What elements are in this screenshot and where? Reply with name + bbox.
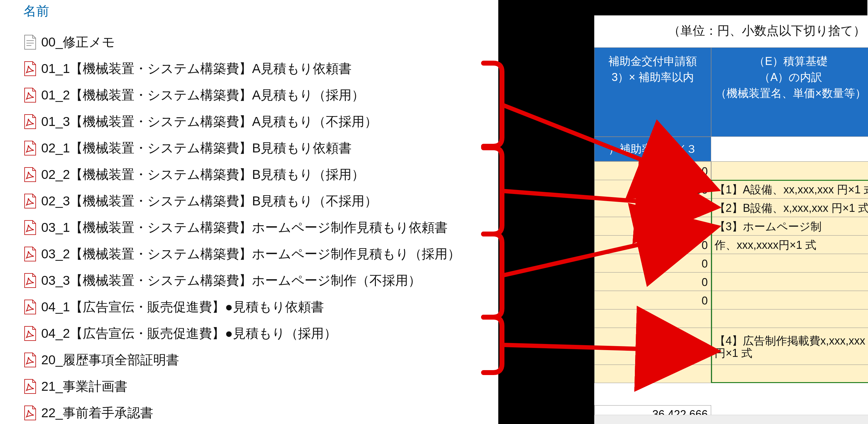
spreadsheet-visible-area: （単位：円、小数点以下切り捨て） 補助金交付申請額 3）× 補助率以内 （E）積… <box>594 16 868 424</box>
file-row[interactable]: 04_1【広告宣伝・販売促進費】●見積もり依頼書 <box>12 294 474 320</box>
cell-e[interactable]: 【3】ホームページ制 <box>711 217 868 235</box>
scrollbar-area[interactable] <box>594 415 868 424</box>
cell-d[interactable]: 0 <box>594 217 711 235</box>
pdf-file-icon <box>23 193 37 209</box>
file-name: 01_3【機械装置・システム構築費】A見積もり（不採用） <box>41 113 377 130</box>
text-file-icon <box>23 34 37 50</box>
file-name: 03_3【機械装置・システム構築費】ホームページ制作（不採用） <box>41 272 421 289</box>
cell-d[interactable]: 0 <box>594 162 711 180</box>
col-header-d-line2: 3）× 補助率以内 <box>609 69 697 85</box>
col-header-e-line2: （A）の内訳 <box>715 69 866 85</box>
col-header-e: （E）積算基礎 （A）の内訳 （機械装置名、単価×数量等） <box>711 48 868 137</box>
file-name: 02_1【機械装置・システム構築費】B見積もり依頼書 <box>41 140 351 157</box>
file-row[interactable]: 20_履歴事項全部証明書 <box>12 347 474 373</box>
file-row[interactable]: 00_修正メモ <box>12 29 474 55</box>
unit-note: （単位：円、小数点以下切り捨て） <box>588 22 866 39</box>
cell-d[interactable]: 0 <box>594 291 711 309</box>
file-name: 02_2【機械装置・システム構築費】B見積もり（採用） <box>41 166 365 183</box>
file-row[interactable]: 03_3【機械装置・システム構築費】ホームページ制作（不採用） <box>12 267 474 294</box>
pdf-file-icon <box>23 405 37 421</box>
col-header-e-line3: （機械装置名、単価×数量等） <box>715 85 866 101</box>
cell-e[interactable] <box>711 309 868 328</box>
col-d-body[interactable]: 029,770,0000000006,652,666 <box>594 161 711 383</box>
cell-e[interactable] <box>711 254 868 273</box>
cell-e[interactable]: 【4】広告制作掲載費x,xxx,xxx 円×1 式 <box>711 328 868 365</box>
cell-d[interactable]: 0 <box>594 273 711 291</box>
pdf-file-icon <box>23 246 37 262</box>
pdf-file-icon <box>23 220 37 235</box>
file-name: 04_1【広告宣伝・販売促進費】●見積もり依頼書 <box>41 299 324 316</box>
file-row[interactable]: 21_事業計画書 <box>12 373 474 400</box>
file-row[interactable]: 04_2【広告宣伝・販売促進費】●見積もり（採用） <box>12 320 474 347</box>
pdf-file-icon <box>23 114 37 129</box>
cell-d[interactable]: 6,652,666 <box>594 328 711 365</box>
col-header-d-line1: 補助金交付申請額 <box>609 53 697 69</box>
pdf-file-icon <box>23 352 37 368</box>
col-header-e-line1: （E）積算基礎 <box>715 53 866 69</box>
file-row[interactable]: 02_1【機械装置・システム構築費】B見積もり依頼書 <box>12 135 474 161</box>
file-row[interactable]: 01_3【機械装置・システム構築費】A見積もり（不採用） <box>12 108 474 135</box>
pdf-file-icon <box>23 273 37 288</box>
cell-d[interactable]: 0 <box>594 254 711 273</box>
file-list: 00_修正メモ 01_1【機械装置・システム構築費】A見積もり依頼書 01_2【… <box>12 29 474 424</box>
pdf-file-icon <box>23 326 37 341</box>
pdf-file-icon <box>23 167 37 182</box>
file-row[interactable]: 22_事前着手承認書 <box>12 400 474 424</box>
file-name: 01_2【機械装置・システム構築費】A見積もり（採用） <box>41 87 365 104</box>
file-name: 04_2【広告宣伝・販売促進費】●見積もり（採用） <box>41 325 337 342</box>
file-name: 20_履歴事項全部証明書 <box>41 351 179 369</box>
file-name: 03_2【機械装置・システム構築費】ホームページ制作見積もり（採用） <box>41 246 461 263</box>
cell-d[interactable]: 0 <box>594 235 711 254</box>
cell-d[interactable]: 0 <box>594 199 711 217</box>
file-row[interactable]: 01_2【機械装置・システム構築費】A見積もり（採用） <box>12 82 474 108</box>
cell-d[interactable]: 29,770,000 <box>594 180 711 199</box>
spreadsheet-black-mask: （単位：円、小数点以下切り捨て） 補助金交付申請額 3）× 補助率以内 （E）積… <box>498 0 867 424</box>
cell-e[interactable] <box>711 273 868 291</box>
cell-e[interactable]: 【1】A設備、xx,xxx,xxx 円×1 式 <box>711 180 868 199</box>
col-e-body[interactable]: 【1】A設備、xx,xxx,xxx 円×1 式【2】B設備、x,xxx,xxx … <box>711 161 868 383</box>
pdf-file-icon <box>23 87 37 103</box>
file-name: 21_事業計画書 <box>41 378 127 395</box>
cell-d[interactable] <box>594 309 711 328</box>
pdf-file-icon <box>23 299 37 315</box>
file-row[interactable]: 02_3【機械装置・システム構築費】B見積もり（不採用） <box>12 188 474 214</box>
file-name: 22_事前着手承認書 <box>41 404 153 422</box>
cell-e[interactable]: 【2】B設備、x,xxx,xxx 円×1 式 <box>711 199 868 217</box>
pdf-file-icon <box>23 61 37 76</box>
file-column-header-name[interactable]: 名前 <box>12 0 474 29</box>
col-header-d: 補助金交付申請額 3）× 補助率以内 <box>594 48 711 137</box>
file-row[interactable]: 03_2【機械装置・システム構築費】ホームページ制作見積もり（採用） <box>12 241 474 267</box>
file-row[interactable]: 03_1【機械装置・システム構築費】ホームページ制作見積もり依頼書 <box>12 214 474 241</box>
file-name: 03_1【機械装置・システム構築費】ホームページ制作見積もり依頼書 <box>41 219 447 236</box>
file-name: 02_3【機械装置・システム構築費】B見積もり（不採用） <box>41 193 377 210</box>
rate-cell: ）補助率 ２／３ <box>594 137 711 161</box>
pdf-file-icon <box>23 379 37 394</box>
cell-e[interactable] <box>711 162 868 180</box>
cell-e[interactable] <box>711 291 868 309</box>
file-name: 00_修正メモ <box>41 34 115 51</box>
cell-e[interactable]: 作、xxx,xxxx円×1 式 <box>711 235 868 254</box>
file-explorer: 名前 00_修正メモ 01_1【機械装置・システム構築費】A見積もり依頼書 01… <box>12 0 474 424</box>
file-row[interactable]: 01_1【機械装置・システム構築費】A見積もり依頼書 <box>12 55 474 82</box>
file-row[interactable]: 02_2【機械装置・システム構築費】B見積もり（採用） <box>12 161 474 188</box>
file-name: 01_1【機械装置・システム構築費】A見積もり依頼書 <box>41 60 351 77</box>
pdf-file-icon <box>23 140 37 156</box>
